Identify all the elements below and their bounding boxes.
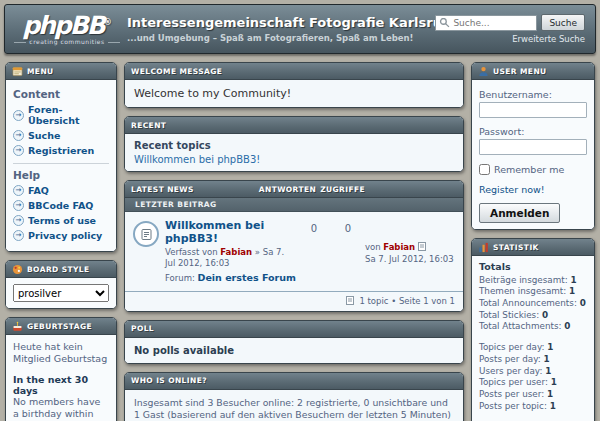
main-content: MENU Content →Foren-Übersicht →Suche →Re… bbox=[5, 62, 595, 421]
spacer bbox=[479, 333, 587, 341]
replies-count: 0 bbox=[297, 219, 331, 285]
search-input[interactable] bbox=[453, 18, 533, 28]
right-sidebar: USER MENU Benutzername: Passwort: Rememb… bbox=[471, 62, 595, 421]
arrow-icon: → bbox=[13, 185, 24, 196]
remember-me-checkbox[interactable] bbox=[479, 164, 490, 175]
goto-post-icon[interactable] bbox=[418, 242, 426, 251]
statistics-block: STATISTIK Totals Beiträge insgesamt: 1 T… bbox=[471, 238, 595, 421]
register-now-link[interactable]: Register now! bbox=[479, 184, 545, 195]
user-icon bbox=[478, 66, 489, 77]
news-topic-forum: Forum: Dein erstes Forum bbox=[165, 272, 297, 285]
board-style-title: BOARD STYLE bbox=[27, 265, 90, 274]
arrow-icon: → bbox=[13, 200, 24, 211]
palette-icon bbox=[12, 264, 23, 275]
advanced-search-link[interactable]: Erweiterte Suche bbox=[435, 34, 585, 44]
birthdays-body: Heute hat kein Mitglied Geburtstag In th… bbox=[6, 335, 116, 421]
remember-me-row: Remember me bbox=[479, 164, 587, 175]
whos-online-block: WHO IS ONLINE? Insgesamt sind 3 Besucher… bbox=[124, 372, 464, 421]
stat-row: Themen insgesamt: 1 bbox=[479, 286, 587, 297]
replies-column-header: ANTWORTEN bbox=[259, 185, 316, 194]
sidebar-item-faq[interactable]: →FAQ bbox=[13, 185, 109, 196]
stat-row: Beiträge insgesamt: 1 bbox=[479, 275, 587, 286]
views-column-header: ZUGRIFFE bbox=[320, 185, 365, 194]
remember-me-label: Remember me bbox=[494, 164, 564, 175]
username-field[interactable] bbox=[479, 102, 587, 118]
username-label: Benutzername: bbox=[479, 89, 587, 100]
news-topic-meta: Verfasst von Fabian » Sa 7. Jul 2012, 16… bbox=[165, 247, 297, 270]
poll-message: No polls available bbox=[125, 338, 463, 363]
topic-icon bbox=[133, 221, 159, 247]
whos-online-body: Insgesamt sind 3 Besucher online: 2 regi… bbox=[125, 390, 463, 421]
poll-title: POLL bbox=[131, 324, 154, 333]
search-box bbox=[435, 15, 537, 31]
page-icon bbox=[346, 296, 354, 305]
whos-online-title: WHO IS ONLINE? bbox=[131, 376, 207, 385]
login-button[interactable]: Anmelden bbox=[479, 203, 560, 223]
menu-block-header: MENU bbox=[6, 63, 116, 80]
search-button[interactable]: Suche bbox=[541, 14, 585, 31]
center-column: WELCOME MESSAGE Welcome to my Community!… bbox=[124, 62, 464, 421]
arrow-icon: → bbox=[13, 230, 24, 241]
birthdays-block: GEBURTSTAGE Heute hat kein Mitglied Gebu… bbox=[5, 317, 117, 421]
whos-online-header: WHO IS ONLINE? bbox=[125, 373, 463, 390]
statistics-title: STATISTIK bbox=[493, 243, 539, 252]
stat-row: Posts per user: 1 bbox=[479, 389, 587, 400]
document-glyph bbox=[140, 228, 153, 241]
lastpost-date: Sa 7. Jul 2012, 16:03 bbox=[365, 253, 457, 265]
recent-body: Recent topics Willkommen bei phpBB3! bbox=[125, 134, 463, 171]
latest-news-block: LATEST NEWS ANTWORTEN ZUGRIFFE LETZTER B… bbox=[124, 180, 464, 312]
user-menu-body: Benutzername: Passwort: Remember me Regi… bbox=[472, 80, 594, 229]
forum-link[interactable]: Dein erstes Forum bbox=[198, 272, 296, 283]
page-subtitle: ...und Umgebung – Spaß am Fotografieren,… bbox=[127, 33, 475, 43]
sidebar-item-terms[interactable]: →Terms of use bbox=[13, 215, 109, 226]
lastpost-cell: von Fabian Sa 7. Jul 2012, 16:03 bbox=[365, 219, 457, 285]
welcome-block: WELCOME MESSAGE Welcome to my Community! bbox=[124, 62, 464, 108]
sidebar-item-privacy[interactable]: →Privacy policy bbox=[13, 230, 109, 241]
arrow-icon: → bbox=[13, 145, 24, 156]
statistics-header: STATISTIK bbox=[472, 239, 594, 256]
latest-news-header: LATEST NEWS ANTWORTEN ZUGRIFFE bbox=[125, 181, 463, 198]
search-icon bbox=[439, 17, 450, 28]
menu-divider bbox=[13, 163, 109, 164]
sidebar-item-register[interactable]: →Registrieren bbox=[13, 145, 109, 156]
board-style-block: BOARD STYLE prosilver bbox=[5, 260, 117, 309]
statistics-body: Totals Beiträge insgesamt: 1 Themen insg… bbox=[472, 256, 594, 421]
password-label: Passwort: bbox=[479, 126, 587, 137]
lastpost-author-link[interactable]: Fabian bbox=[383, 242, 415, 252]
poll-block: POLL No polls available bbox=[124, 320, 464, 364]
style-select[interactable]: prosilver bbox=[13, 284, 109, 302]
registered-mark: ® bbox=[104, 18, 112, 27]
user-menu-title: USER MENU bbox=[493, 67, 547, 76]
news-topic-title-link[interactable]: Willkommen bei phpBB3! bbox=[165, 219, 264, 245]
online-stats-line: Insgesamt sind 3 Besucher online: 2 regi… bbox=[134, 397, 454, 421]
password-field[interactable] bbox=[479, 139, 587, 155]
stat-row: Topics per user: 1 bbox=[479, 377, 587, 388]
stat-row: Total Announcements: 0 bbox=[479, 298, 587, 309]
phpbb-logo[interactable]: phpBB® creating communities bbox=[13, 13, 121, 45]
sidebar-item-forum-overview[interactable]: →Foren-Übersicht bbox=[13, 104, 109, 126]
user-menu-block: USER MENU Benutzername: Passwort: Rememb… bbox=[471, 62, 595, 230]
arrow-icon: → bbox=[13, 110, 24, 121]
news-topic-main: Willkommen bei phpBB3! Verfasst von Fabi… bbox=[165, 219, 297, 285]
news-topic-row: Willkommen bei phpBB3! Verfasst von Fabi… bbox=[125, 212, 463, 291]
topic-author-link[interactable]: Fabian bbox=[220, 247, 252, 257]
birthdays-title: GEBURTSTAGE bbox=[27, 322, 92, 331]
welcome-header: WELCOME MESSAGE bbox=[125, 63, 463, 80]
recent-topic-link[interactable]: Willkommen bei phpBB3! bbox=[134, 154, 260, 165]
lastpost-column-header: LETZTER BEITRAG bbox=[125, 198, 463, 212]
welcome-title: WELCOME MESSAGE bbox=[131, 67, 222, 76]
site-titles: Interessengemeinschaft Fotografie Karlsr… bbox=[127, 15, 475, 43]
left-sidebar: MENU Content →Foren-Übersicht →Suche →Re… bbox=[5, 62, 117, 421]
recent-header: RECENT bbox=[125, 117, 463, 134]
menu-block-title: MENU bbox=[27, 67, 54, 76]
stat-row: Total Attachments: 0 bbox=[479, 321, 587, 332]
header-search: Suche Erweiterte Suche bbox=[435, 14, 585, 44]
user-menu-header: USER MENU bbox=[472, 63, 594, 80]
birthdays-upcoming-text: No members have a birthday within this p… bbox=[13, 396, 109, 421]
sidebar-item-search[interactable]: →Suche bbox=[13, 130, 109, 141]
menu-block-body: Content →Foren-Übersicht →Suche →Registr… bbox=[6, 80, 116, 251]
sidebar-item-bbcode-faq[interactable]: →BBCode FAQ bbox=[13, 200, 109, 211]
views-count: 0 bbox=[331, 219, 365, 285]
arrow-icon: → bbox=[13, 130, 24, 141]
page-title: Interessengemeinschaft Fotografie Karlsr… bbox=[127, 15, 475, 30]
